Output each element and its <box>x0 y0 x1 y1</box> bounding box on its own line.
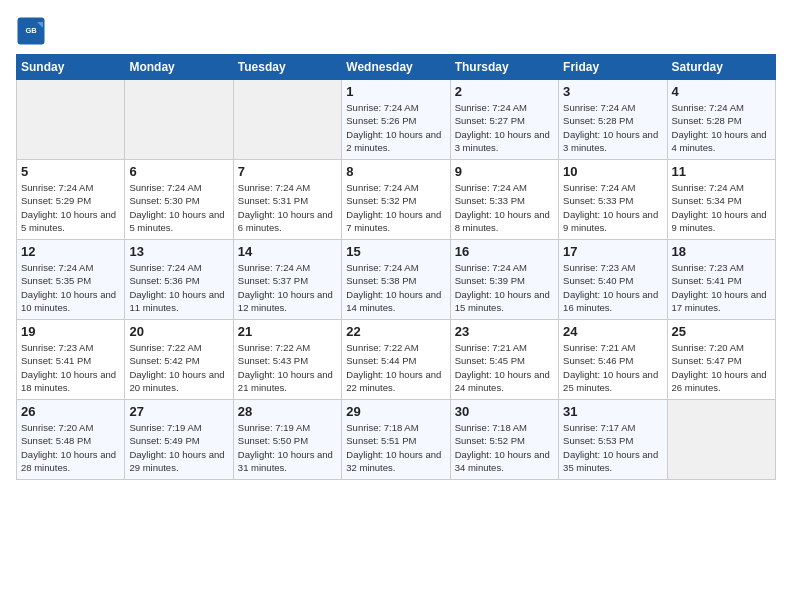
day-number: 21 <box>238 324 337 339</box>
logo-icon: GB <box>16 16 46 46</box>
calendar-cell: 18Sunrise: 7:23 AMSunset: 5:41 PMDayligh… <box>667 240 775 320</box>
calendar-cell: 9Sunrise: 7:24 AMSunset: 5:33 PMDaylight… <box>450 160 558 240</box>
day-info: Sunrise: 7:17 AMSunset: 5:53 PMDaylight:… <box>563 421 662 474</box>
day-number: 27 <box>129 404 228 419</box>
day-number: 10 <box>563 164 662 179</box>
calendar-cell <box>17 80 125 160</box>
weekday-header-saturday: Saturday <box>667 55 775 80</box>
week-row-3: 12Sunrise: 7:24 AMSunset: 5:35 PMDayligh… <box>17 240 776 320</box>
day-number: 1 <box>346 84 445 99</box>
calendar-cell: 5Sunrise: 7:24 AMSunset: 5:29 PMDaylight… <box>17 160 125 240</box>
day-number: 30 <box>455 404 554 419</box>
day-info: Sunrise: 7:22 AMSunset: 5:43 PMDaylight:… <box>238 341 337 394</box>
day-number: 23 <box>455 324 554 339</box>
day-info: Sunrise: 7:20 AMSunset: 5:48 PMDaylight:… <box>21 421 120 474</box>
day-number: 12 <box>21 244 120 259</box>
day-info: Sunrise: 7:24 AMSunset: 5:36 PMDaylight:… <box>129 261 228 314</box>
day-info: Sunrise: 7:24 AMSunset: 5:31 PMDaylight:… <box>238 181 337 234</box>
weekday-header-thursday: Thursday <box>450 55 558 80</box>
day-info: Sunrise: 7:24 AMSunset: 5:39 PMDaylight:… <box>455 261 554 314</box>
day-info: Sunrise: 7:23 AMSunset: 5:40 PMDaylight:… <box>563 261 662 314</box>
calendar-cell: 11Sunrise: 7:24 AMSunset: 5:34 PMDayligh… <box>667 160 775 240</box>
calendar-cell: 2Sunrise: 7:24 AMSunset: 5:27 PMDaylight… <box>450 80 558 160</box>
day-info: Sunrise: 7:21 AMSunset: 5:45 PMDaylight:… <box>455 341 554 394</box>
calendar-cell: 10Sunrise: 7:24 AMSunset: 5:33 PMDayligh… <box>559 160 667 240</box>
day-number: 19 <box>21 324 120 339</box>
calendar-table: SundayMondayTuesdayWednesdayThursdayFrid… <box>16 54 776 480</box>
calendar-body: 1Sunrise: 7:24 AMSunset: 5:26 PMDaylight… <box>17 80 776 480</box>
calendar-cell: 30Sunrise: 7:18 AMSunset: 5:52 PMDayligh… <box>450 400 558 480</box>
day-info: Sunrise: 7:23 AMSunset: 5:41 PMDaylight:… <box>21 341 120 394</box>
weekday-header-wednesday: Wednesday <box>342 55 450 80</box>
calendar-cell: 4Sunrise: 7:24 AMSunset: 5:28 PMDaylight… <box>667 80 775 160</box>
day-info: Sunrise: 7:24 AMSunset: 5:28 PMDaylight:… <box>672 101 771 154</box>
week-row-2: 5Sunrise: 7:24 AMSunset: 5:29 PMDaylight… <box>17 160 776 240</box>
day-number: 18 <box>672 244 771 259</box>
day-info: Sunrise: 7:18 AMSunset: 5:52 PMDaylight:… <box>455 421 554 474</box>
day-number: 2 <box>455 84 554 99</box>
day-number: 15 <box>346 244 445 259</box>
calendar-cell <box>667 400 775 480</box>
day-info: Sunrise: 7:24 AMSunset: 5:28 PMDaylight:… <box>563 101 662 154</box>
calendar-cell: 12Sunrise: 7:24 AMSunset: 5:35 PMDayligh… <box>17 240 125 320</box>
day-info: Sunrise: 7:24 AMSunset: 5:29 PMDaylight:… <box>21 181 120 234</box>
calendar-cell: 27Sunrise: 7:19 AMSunset: 5:49 PMDayligh… <box>125 400 233 480</box>
header: GB <box>16 16 776 46</box>
weekday-header-sunday: Sunday <box>17 55 125 80</box>
day-number: 9 <box>455 164 554 179</box>
day-number: 11 <box>672 164 771 179</box>
day-info: Sunrise: 7:20 AMSunset: 5:47 PMDaylight:… <box>672 341 771 394</box>
calendar-cell: 1Sunrise: 7:24 AMSunset: 5:26 PMDaylight… <box>342 80 450 160</box>
day-info: Sunrise: 7:24 AMSunset: 5:32 PMDaylight:… <box>346 181 445 234</box>
calendar-cell <box>233 80 341 160</box>
week-row-1: 1Sunrise: 7:24 AMSunset: 5:26 PMDaylight… <box>17 80 776 160</box>
calendar-cell: 6Sunrise: 7:24 AMSunset: 5:30 PMDaylight… <box>125 160 233 240</box>
day-info: Sunrise: 7:24 AMSunset: 5:30 PMDaylight:… <box>129 181 228 234</box>
calendar-cell: 26Sunrise: 7:20 AMSunset: 5:48 PMDayligh… <box>17 400 125 480</box>
calendar-cell: 20Sunrise: 7:22 AMSunset: 5:42 PMDayligh… <box>125 320 233 400</box>
day-number: 24 <box>563 324 662 339</box>
day-info: Sunrise: 7:19 AMSunset: 5:50 PMDaylight:… <box>238 421 337 474</box>
header-row: SundayMondayTuesdayWednesdayThursdayFrid… <box>17 55 776 80</box>
calendar-cell: 13Sunrise: 7:24 AMSunset: 5:36 PMDayligh… <box>125 240 233 320</box>
calendar-cell: 29Sunrise: 7:18 AMSunset: 5:51 PMDayligh… <box>342 400 450 480</box>
calendar-cell: 24Sunrise: 7:21 AMSunset: 5:46 PMDayligh… <box>559 320 667 400</box>
logo: GB <box>16 16 50 46</box>
calendar-cell: 21Sunrise: 7:22 AMSunset: 5:43 PMDayligh… <box>233 320 341 400</box>
day-number: 25 <box>672 324 771 339</box>
day-number: 28 <box>238 404 337 419</box>
day-number: 26 <box>21 404 120 419</box>
calendar-cell: 22Sunrise: 7:22 AMSunset: 5:44 PMDayligh… <box>342 320 450 400</box>
day-number: 6 <box>129 164 228 179</box>
calendar-header: SundayMondayTuesdayWednesdayThursdayFrid… <box>17 55 776 80</box>
calendar-cell: 15Sunrise: 7:24 AMSunset: 5:38 PMDayligh… <box>342 240 450 320</box>
calendar-cell: 17Sunrise: 7:23 AMSunset: 5:40 PMDayligh… <box>559 240 667 320</box>
day-info: Sunrise: 7:23 AMSunset: 5:41 PMDaylight:… <box>672 261 771 314</box>
weekday-header-monday: Monday <box>125 55 233 80</box>
day-info: Sunrise: 7:22 AMSunset: 5:42 PMDaylight:… <box>129 341 228 394</box>
day-info: Sunrise: 7:18 AMSunset: 5:51 PMDaylight:… <box>346 421 445 474</box>
calendar-cell: 19Sunrise: 7:23 AMSunset: 5:41 PMDayligh… <box>17 320 125 400</box>
calendar-cell: 28Sunrise: 7:19 AMSunset: 5:50 PMDayligh… <box>233 400 341 480</box>
day-number: 20 <box>129 324 228 339</box>
day-number: 22 <box>346 324 445 339</box>
calendar-cell: 14Sunrise: 7:24 AMSunset: 5:37 PMDayligh… <box>233 240 341 320</box>
day-info: Sunrise: 7:22 AMSunset: 5:44 PMDaylight:… <box>346 341 445 394</box>
week-row-5: 26Sunrise: 7:20 AMSunset: 5:48 PMDayligh… <box>17 400 776 480</box>
day-info: Sunrise: 7:24 AMSunset: 5:33 PMDaylight:… <box>455 181 554 234</box>
svg-text:GB: GB <box>25 26 37 35</box>
day-number: 7 <box>238 164 337 179</box>
day-number: 29 <box>346 404 445 419</box>
day-info: Sunrise: 7:24 AMSunset: 5:35 PMDaylight:… <box>21 261 120 314</box>
day-info: Sunrise: 7:24 AMSunset: 5:33 PMDaylight:… <box>563 181 662 234</box>
day-info: Sunrise: 7:24 AMSunset: 5:38 PMDaylight:… <box>346 261 445 314</box>
day-number: 8 <box>346 164 445 179</box>
day-number: 4 <box>672 84 771 99</box>
day-info: Sunrise: 7:24 AMSunset: 5:27 PMDaylight:… <box>455 101 554 154</box>
day-info: Sunrise: 7:24 AMSunset: 5:34 PMDaylight:… <box>672 181 771 234</box>
calendar-cell: 3Sunrise: 7:24 AMSunset: 5:28 PMDaylight… <box>559 80 667 160</box>
day-number: 16 <box>455 244 554 259</box>
weekday-header-friday: Friday <box>559 55 667 80</box>
day-number: 14 <box>238 244 337 259</box>
day-info: Sunrise: 7:24 AMSunset: 5:26 PMDaylight:… <box>346 101 445 154</box>
